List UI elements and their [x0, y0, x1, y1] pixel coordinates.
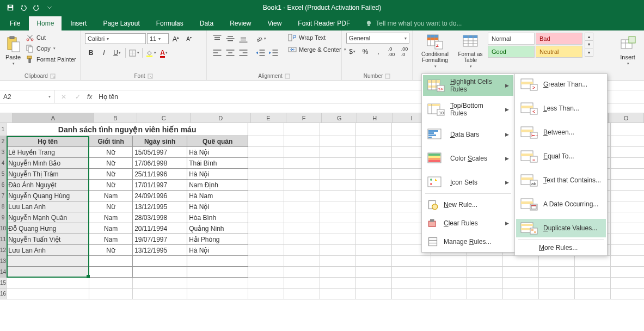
cell-F9[interactable]: [284, 212, 320, 223]
cell-H6[interactable]: [356, 180, 392, 191]
menu-color-scales[interactable]: Color Scales ▶: [423, 149, 513, 168]
styles-gallery-scroll[interactable]: ▴▾▾: [585, 33, 593, 57]
cell-C5[interactable]: 25/11/1996: [133, 169, 187, 180]
cell-C11[interactable]: 19/07/1997: [133, 234, 187, 245]
cell-K14[interactable]: [467, 267, 503, 278]
cell-D6[interactable]: Nam Định: [187, 180, 248, 191]
cell-F7[interactable]: [284, 191, 320, 201]
cell-C7[interactable]: 24/09/1996: [133, 191, 187, 201]
submenu-duplicate-values[interactable]: Duplicate Values...: [516, 219, 606, 237]
cell-O7[interactable]: [611, 191, 644, 201]
tab-file[interactable]: File: [2, 16, 28, 30]
align-top-button[interactable]: [211, 33, 223, 45]
decrease-indent-button[interactable]: [255, 47, 267, 59]
row-header-8[interactable]: 8: [0, 201, 7, 212]
cell-B2[interactable]: Giới tính: [89, 136, 133, 147]
cell-G9[interactable]: [320, 212, 356, 223]
insert-cells-button[interactable]: Insert▾: [618, 33, 637, 69]
column-header-G[interactable]: G: [322, 113, 357, 123]
cancel-formula-button[interactable]: ✕: [59, 93, 69, 101]
cell-G13[interactable]: [320, 256, 356, 267]
row-header-2[interactable]: 2: [0, 136, 7, 147]
dialog-launcher-icon[interactable]: [285, 73, 290, 79]
cell-B7[interactable]: Nam: [89, 191, 133, 201]
cell-F11[interactable]: [284, 234, 320, 245]
tab-insert[interactable]: Insert: [63, 16, 94, 30]
cell-E16[interactable]: [248, 289, 284, 299]
submenu-more-rules[interactable]: More Rules...: [516, 241, 606, 254]
cell-B12[interactable]: Nữ: [89, 245, 133, 256]
menu-highlight-cells-rules[interactable]: ≤> Highlight Cells Rules ▶: [423, 75, 513, 96]
cell-C14[interactable]: [133, 267, 187, 278]
cell-F14[interactable]: [284, 267, 320, 278]
cell-G1[interactable]: [320, 123, 356, 136]
cell-H2[interactable]: [356, 136, 392, 147]
cell-A13[interactable]: [7, 256, 89, 267]
cell-G4[interactable]: [320, 158, 356, 169]
cell-A2[interactable]: Họ tên: [7, 136, 89, 147]
cell-H16[interactable]: [356, 289, 392, 299]
cell-I14[interactable]: [392, 267, 431, 278]
cell-D13[interactable]: [187, 256, 248, 267]
cell-K13[interactable]: [467, 256, 503, 267]
row-header-12[interactable]: 12: [0, 245, 7, 256]
cell-O3[interactable]: [611, 147, 644, 158]
cell-E12[interactable]: [248, 245, 284, 256]
cell-E11[interactable]: [248, 234, 284, 245]
cell-F12[interactable]: [284, 245, 320, 256]
menu-manage-rules[interactable]: Manage Rules...: [423, 232, 513, 251]
cell-O12[interactable]: [611, 245, 644, 256]
tab-data[interactable]: Data: [192, 16, 221, 30]
cell-E13[interactable]: [248, 256, 284, 267]
cell-J13[interactable]: [431, 256, 467, 267]
cell-F16[interactable]: [284, 289, 320, 299]
cell-style-bad[interactable]: Bad: [536, 33, 582, 45]
cell-C15[interactable]: [133, 278, 187, 289]
column-header-B[interactable]: B: [94, 113, 137, 123]
cell-L16[interactable]: [503, 289, 539, 299]
cell-O1[interactable]: [611, 123, 644, 136]
percent-format-button[interactable]: %: [359, 46, 371, 58]
cell-H3[interactable]: [356, 147, 392, 158]
cell-A1[interactable]: Danh sách tình nguyện viên hiến máu: [7, 123, 248, 136]
format-as-table-button[interactable]: Format as Table▾: [455, 33, 486, 69]
merge-center-button[interactable]: Merge & Center▾: [286, 45, 348, 54]
cell-B8[interactable]: Nữ: [89, 201, 133, 212]
cell-H15[interactable]: [356, 278, 392, 289]
submenu-between[interactable]: ⊢⊣ Between...: [516, 123, 606, 142]
cell-O6[interactable]: [611, 180, 644, 191]
cell-M14[interactable]: [539, 267, 575, 278]
cell-D11[interactable]: Hải Phòng: [187, 234, 248, 245]
accounting-format-button[interactable]: $▾: [346, 46, 358, 58]
paste-button[interactable]: Paste▾: [4, 33, 22, 69]
cell-G16[interactable]: [320, 289, 356, 299]
cell-D12[interactable]: Hà Nội: [187, 245, 248, 256]
cell-A7[interactable]: Nguyễn Quang Hùng: [7, 191, 89, 201]
column-header-H[interactable]: H: [357, 113, 392, 123]
cell-O15[interactable]: [611, 278, 644, 289]
menu-top-bottom-rules[interactable]: 10 Top/Bottom Rules ▶: [423, 99, 513, 120]
row-header-3[interactable]: 3: [0, 147, 7, 158]
bold-button[interactable]: B: [85, 47, 97, 59]
align-bottom-button[interactable]: [237, 33, 249, 45]
cell-K15[interactable]: [467, 278, 503, 289]
cell-H9[interactable]: [356, 212, 392, 223]
enter-formula-button[interactable]: ✓: [73, 93, 83, 101]
cell-G11[interactable]: [320, 234, 356, 245]
cell-O8[interactable]: [611, 201, 644, 212]
tab-home[interactable]: Home: [29, 16, 62, 30]
cell-C4[interactable]: 17/06/1998: [133, 158, 187, 169]
cell-G12[interactable]: [320, 245, 356, 256]
cell-I13[interactable]: [392, 256, 431, 267]
cell-G7[interactable]: [320, 191, 356, 201]
cell-H11[interactable]: [356, 234, 392, 245]
cell-E5[interactable]: [248, 169, 284, 180]
underline-button[interactable]: U▾: [111, 47, 123, 59]
cell-F13[interactable]: [284, 256, 320, 267]
cell-A8[interactable]: Lưu Lan Anh: [7, 201, 89, 212]
fill-color-button[interactable]: ▾: [145, 47, 157, 59]
number-format-combo[interactable]: General▾: [346, 33, 409, 44]
cell-E3[interactable]: [248, 147, 284, 158]
submenu-date-occurring[interactable]: A Date Occurring...: [516, 195, 606, 213]
cell-O14[interactable]: [611, 267, 644, 278]
